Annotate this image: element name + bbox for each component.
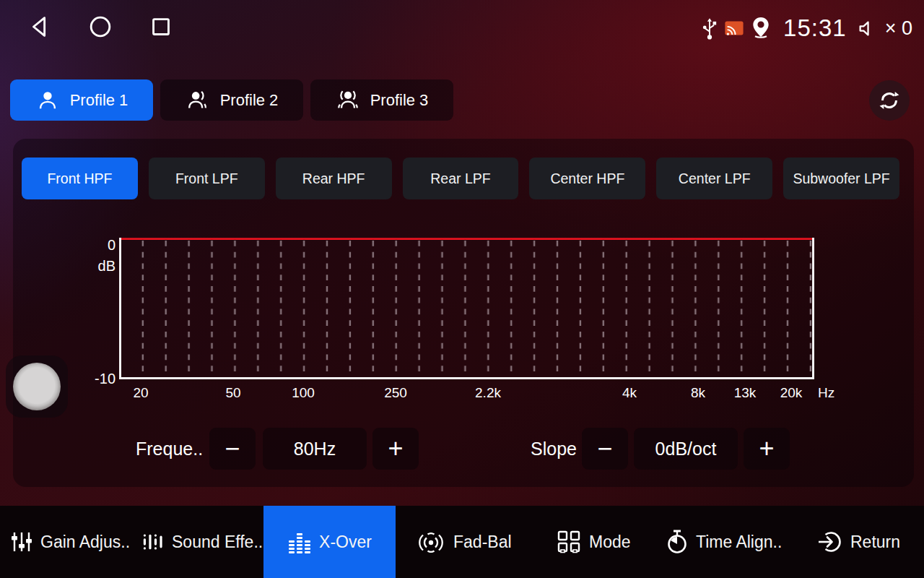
x-tick-2k2: 2.2k <box>475 385 501 401</box>
tab-label: Rear HPF <box>302 171 365 187</box>
reset-button[interactable] <box>869 80 910 121</box>
nav-fad-bal[interactable]: Fad-Bal <box>416 506 512 578</box>
tab-front-lpf[interactable]: Front LPF <box>149 158 265 199</box>
volume-level: × 0 <box>885 17 912 40</box>
cast-icon <box>724 20 744 36</box>
frequency-value: 80Hz <box>263 428 367 470</box>
back-button[interactable] <box>26 13 53 40</box>
home-circle-icon <box>87 13 114 40</box>
android-nav-bar <box>26 13 175 40</box>
sound-effects-icon <box>141 530 165 553</box>
profile-2-tab[interactable]: Profile 2 <box>160 79 303 121</box>
nav-mode[interactable]: Mode <box>556 506 631 578</box>
nav-time-alignment[interactable]: Time Align.. <box>666 506 782 578</box>
tab-label: Subwoofer LPF <box>793 171 889 187</box>
equalizer-icon <box>287 530 312 553</box>
nav-label: Fad-Bal <box>453 532 512 552</box>
x-tick-20: 20 <box>133 385 148 401</box>
filter-tabs: Front HPF Front LPF Rear HPF Rear LPF Ce… <box>22 158 899 199</box>
nav-x-over[interactable]: X-Over <box>263 506 396 578</box>
profile-tab-label: Profile 2 <box>220 91 279 110</box>
tab-center-hpf[interactable]: Center HPF <box>529 158 645 199</box>
slope-label: Slope <box>531 428 577 470</box>
bottom-nav-bar: Gain Adjus.. Sound Effe.. <box>0 506 924 578</box>
back-triangle-icon <box>26 13 53 40</box>
profile-1-tab[interactable]: Profile 1 <box>10 79 153 121</box>
tab-rear-hpf[interactable]: Rear HPF <box>276 158 392 199</box>
usb-icon <box>702 16 718 40</box>
x-tick-13k: 13k <box>734 385 757 401</box>
gain-sliders-icon <box>10 530 33 553</box>
clock: 15:31 <box>783 14 847 42</box>
tab-label: Front HPF <box>47 171 112 187</box>
floating-touch-button[interactable] <box>6 355 68 418</box>
chart-canvas <box>121 238 812 377</box>
x-tick-250: 250 <box>384 385 407 401</box>
stopwatch-icon <box>666 529 689 555</box>
knob-icon <box>13 363 61 410</box>
nav-label: Sound Effe.. <box>172 532 263 552</box>
location-icon <box>751 17 771 40</box>
home-button[interactable] <box>87 13 114 40</box>
nav-label: Return <box>850 532 900 552</box>
nav-label: Mode <box>589 532 631 552</box>
frequency-minus-button[interactable]: − <box>209 428 256 470</box>
recents-square-icon <box>147 13 175 40</box>
nav-label: Gain Adjus.. <box>40 532 130 552</box>
nav-gain-adjust[interactable]: Gain Adjus.. <box>10 506 130 578</box>
tab-label: Center LPF <box>679 171 751 187</box>
x-axis-unit-label: Hz <box>818 385 834 401</box>
tab-label: Front LPF <box>175 171 238 187</box>
tab-label: Center HPF <box>550 171 624 187</box>
nav-sound-effects[interactable]: Sound Effe.. <box>141 506 263 578</box>
x-tick-50: 50 <box>225 385 240 401</box>
tab-center-lpf[interactable]: Center LPF <box>656 158 772 199</box>
status-bar: 15:31 × 0 <box>702 9 912 48</box>
x-tick-20k: 20k <box>780 385 803 401</box>
plus-icon: + <box>759 434 774 464</box>
slope-minus-button[interactable]: − <box>582 428 628 470</box>
nav-label: X-Over <box>319 532 372 552</box>
tab-label: Rear LPF <box>430 171 490 187</box>
frequency-plus-button[interactable]: + <box>372 428 419 470</box>
profile-3-tab[interactable]: Profile 3 <box>310 79 453 121</box>
slope-plus-button[interactable]: + <box>744 428 790 470</box>
y-axis-min-label: -10 <box>78 371 116 387</box>
frequency-label: Freque.. <box>136 428 203 470</box>
volume-muted-icon <box>858 19 877 38</box>
frequency-response-chart <box>119 238 814 379</box>
refresh-icon <box>877 88 902 113</box>
minus-icon: − <box>225 434 240 464</box>
slope-value: 0dB/oct <box>634 428 738 470</box>
y-axis-unit-label: dB <box>85 258 116 275</box>
profile-tab-label: Profile 3 <box>370 91 429 110</box>
mode-grid-icon <box>556 530 582 553</box>
user-3-icon <box>336 88 360 113</box>
nav-return[interactable]: Return <box>817 506 900 578</box>
plus-icon: + <box>388 434 403 464</box>
nav-label: Time Align.. <box>696 532 782 552</box>
profile-tab-label: Profile 1 <box>70 91 128 110</box>
user-icon <box>35 88 60 113</box>
profile-tabs: Profile 1 Profile 2 Profile 3 <box>10 79 453 121</box>
recents-button[interactable] <box>147 13 175 40</box>
x-tick-100: 100 <box>292 385 315 401</box>
x-tick-8k: 8k <box>691 385 705 401</box>
tab-subwoofer-lpf[interactable]: Subwoofer LPF <box>783 158 899 199</box>
tab-rear-lpf[interactable]: Rear LPF <box>403 158 519 199</box>
return-icon <box>817 529 843 555</box>
fader-balance-icon <box>416 530 446 554</box>
user-2-icon <box>186 88 210 113</box>
x-tick-4k: 4k <box>622 385 637 401</box>
y-axis-max-label: 0 <box>85 237 116 254</box>
minus-icon: − <box>597 434 612 464</box>
tab-front-hpf[interactable]: Front HPF <box>22 158 138 199</box>
